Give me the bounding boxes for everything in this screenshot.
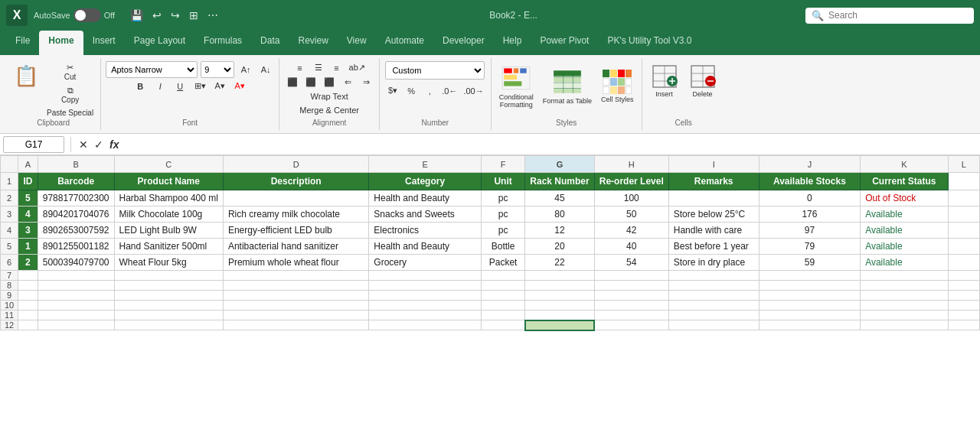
header-current-status[interactable]: Current Status [861, 173, 948, 190]
row-header-12[interactable]: 12 [1, 320, 18, 330]
undo-button[interactable]: ↩ [149, 8, 165, 23]
align-center-button[interactable]: ⬛ [302, 76, 319, 89]
cell-k5[interactable]: Available [861, 239, 948, 255]
cell-k2[interactable]: Out of Stock [861, 190, 948, 206]
row-header-7[interactable]: 7 [1, 271, 18, 281]
tab-automate[interactable]: Automate [376, 31, 433, 55]
search-box[interactable]: 🔍 [805, 8, 974, 24]
cell-g6[interactable]: 22 [525, 255, 594, 271]
col-header-k[interactable]: K [861, 156, 948, 173]
row-header-1[interactable]: 1 [1, 173, 18, 190]
cell-f6[interactable]: Packet [481, 255, 525, 271]
bold-button[interactable]: B [132, 80, 149, 93]
cell-j5[interactable]: 79 [759, 239, 860, 255]
cell-i5[interactable]: Best before 1 year [668, 239, 759, 255]
col-header-b[interactable]: B [38, 156, 114, 173]
row-header-2[interactable]: 2 [1, 190, 18, 206]
spreadsheet-container[interactable]: A B C D E F G H I J K L 1 ID Barcode Pro… [0, 155, 980, 439]
header-remarks[interactable]: Remarks [668, 173, 759, 190]
cell-f5[interactable]: Bottle [481, 239, 525, 255]
cell-e4[interactable]: Electronics [369, 223, 481, 239]
row-header-8[interactable]: 8 [1, 281, 18, 291]
format-as-table-button[interactable]: Format as Table [540, 65, 595, 108]
tab-developer[interactable]: Developer [433, 31, 494, 55]
search-input[interactable] [828, 10, 959, 21]
cell-h3[interactable]: 50 [594, 206, 668, 223]
cell-k4[interactable]: Available [861, 223, 948, 239]
cell-reference-box[interactable] [3, 136, 64, 153]
border-button[interactable]: ⊞▾ [191, 80, 208, 93]
cell-i6[interactable]: Store in dry place [668, 255, 759, 271]
cell-h4[interactable]: 42 [594, 223, 668, 239]
header-available-stocks[interactable]: Available Stocks [759, 173, 860, 190]
cut-button[interactable]: ✂ Cut [44, 61, 96, 83]
cell-d6[interactable]: Premium whole wheat flour [223, 255, 368, 271]
cell-d4[interactable]: Energy-efficient LED bulb [223, 223, 368, 239]
currency-button[interactable]: $▾ [384, 84, 401, 97]
row-header-3[interactable]: 3 [1, 206, 18, 223]
cell-styles-button[interactable]: Cell Styles [598, 67, 637, 106]
italic-button[interactable]: I [152, 80, 168, 93]
cell-d5[interactable]: Antibacterial hand sanitizer [223, 239, 368, 255]
decrease-decimal-button[interactable]: .0← [439, 85, 459, 97]
confirm-formula-button[interactable]: ✓ [93, 138, 105, 151]
cell-c2[interactable]: Harbal Shampoo 400 ml [114, 190, 223, 206]
cell-h6[interactable]: 54 [594, 255, 668, 271]
increase-font-button[interactable]: A↑ [237, 63, 254, 76]
header-id[interactable]: ID [18, 173, 38, 190]
copy-button[interactable]: ⧉ Copy [44, 84, 96, 106]
cell-j4[interactable]: 97 [759, 223, 860, 239]
cell-e2[interactable]: Health and Beauty [369, 190, 481, 206]
cancel-formula-button[interactable]: ✕ [77, 138, 90, 151]
tab-view[interactable]: View [338, 31, 376, 55]
row-header-6[interactable]: 6 [1, 255, 18, 271]
col-header-i[interactable]: I [668, 156, 759, 173]
col-header-c[interactable]: C [114, 156, 223, 173]
cell-d3[interactable]: Rich creamy milk chocolate [223, 206, 368, 223]
cell-l4[interactable] [948, 223, 979, 239]
tab-help[interactable]: Help [494, 31, 531, 55]
cell-b3[interactable]: 8904201704076 [38, 206, 114, 223]
cell-b4[interactable]: 8902653007592 [38, 223, 114, 239]
col-header-g[interactable]: G [525, 156, 594, 173]
merge-center-button[interactable]: Merge & Center [296, 104, 362, 116]
cell-g4[interactable]: 12 [525, 223, 594, 239]
insert-function-button[interactable]: fx [108, 138, 120, 151]
row-header-4[interactable]: 4 [1, 223, 18, 239]
cell-k3[interactable]: Available [861, 206, 948, 223]
cell-c3[interactable]: Milk Chocolate 100g [114, 206, 223, 223]
cell-d2[interactable] [223, 190, 368, 206]
cell-b5[interactable]: 8901255001182 [38, 239, 114, 255]
redo-button[interactable]: ↪ [168, 8, 183, 23]
autosave-toggle[interactable] [74, 8, 101, 22]
header-unit[interactable]: Unit [481, 173, 525, 190]
cell-a7[interactable] [18, 271, 38, 281]
tab-review[interactable]: Review [289, 31, 337, 55]
cell-f2[interactable]: pc [481, 190, 525, 206]
increase-decimal-button[interactable]: .00→ [461, 85, 485, 97]
cell-j6[interactable]: 59 [759, 255, 860, 271]
wrap-text-button[interactable]: Wrap Text [308, 90, 351, 102]
cell-b6[interactable]: 5000394079700 [38, 255, 114, 271]
cell-g5[interactable]: 20 [525, 239, 594, 255]
formula-input[interactable] [123, 139, 977, 150]
header-description[interactable]: Description [223, 173, 368, 190]
tab-formulas[interactable]: Formulas [194, 31, 251, 55]
cell-l2[interactable] [948, 190, 979, 206]
orientation-button[interactable]: ab↗ [347, 61, 368, 74]
insert-cells-button[interactable]: Insert [647, 61, 682, 101]
tab-data[interactable]: Data [251, 31, 289, 55]
grid-view-button[interactable]: ⊞ [186, 8, 201, 23]
col-header-e[interactable]: E [369, 156, 481, 173]
cell-a4[interactable]: 3 [18, 223, 38, 239]
indent-decrease-button[interactable]: ⇐ [339, 76, 356, 89]
tab-pk-utility[interactable]: PK's Utility Tool V3.0 [598, 31, 701, 55]
col-header-j[interactable]: J [759, 156, 860, 173]
cell-l5[interactable] [948, 239, 979, 255]
cell-f3[interactable]: pc [481, 206, 525, 223]
cell-i3[interactable]: Store below 25°C [668, 206, 759, 223]
header-product-name[interactable]: Product Name [114, 173, 223, 190]
align-top-center-button[interactable]: ☰ [310, 61, 327, 74]
tab-power-pivot[interactable]: Power Pivot [531, 31, 598, 55]
font-name-select[interactable]: Aptos Narrow [106, 61, 198, 78]
